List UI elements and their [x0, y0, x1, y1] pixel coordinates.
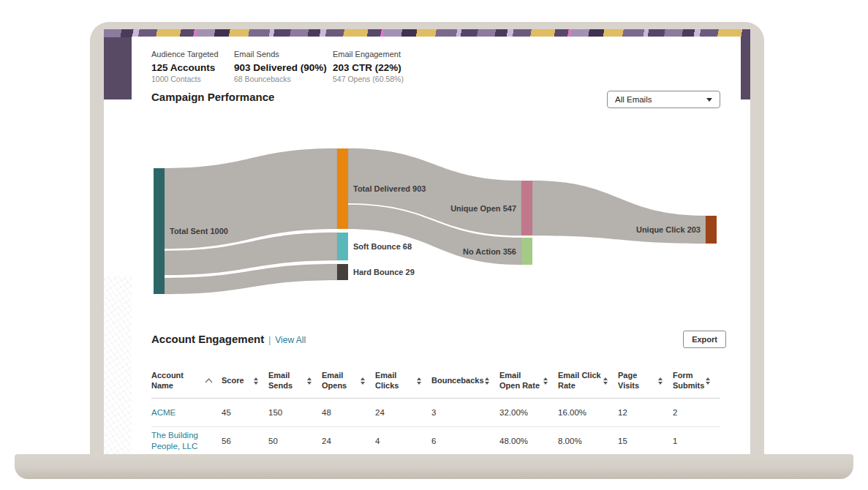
- sankey-label-soft-bounce: Soft Bounce 68: [353, 242, 412, 251]
- sort-icon: [254, 377, 258, 385]
- sankey-label-no-action: No Action 356: [463, 247, 516, 256]
- stats-row: Audience Targeted 125 Accounts 1000 Cont…: [151, 50, 404, 83]
- cell: 48: [322, 407, 375, 418]
- column-label: Email Click Rate: [558, 371, 603, 391]
- sankey-node-soft-bounce: [337, 233, 348, 260]
- engagement-table: Account NameScoreEmail SendsEmail OpensE…: [151, 364, 720, 455]
- cell: 6: [431, 436, 499, 447]
- sort-icon: [543, 377, 548, 385]
- sankey-node-total-sent: [154, 168, 165, 294]
- sort-ascending-icon: [205, 378, 213, 385]
- table-header-row: Account NameScoreEmail SendsEmail OpensE…: [151, 364, 720, 399]
- column-label: Email Opens: [322, 371, 361, 391]
- sort-icon: [603, 377, 608, 385]
- column-label: Form Submits: [673, 371, 706, 391]
- cell-account-name: ACME: [151, 407, 222, 418]
- column-label: Email Open Rate: [499, 371, 543, 391]
- column-header-score[interactable]: Score: [222, 376, 268, 386]
- column-header-form-submits[interactable]: Form Submits: [673, 371, 720, 391]
- cell: 16.00%: [558, 407, 618, 418]
- sankey-flow-unique-open-to-unique-click: [532, 181, 706, 244]
- campaign-performance-header: Campaign Performance All Emails: [151, 91, 720, 108]
- table-row: The Building People, LLC5650244648.00%8.…: [151, 427, 720, 455]
- sankey-node-total-delivered: [337, 148, 348, 229]
- table-row: ACME451504824332.00%16.00%122: [151, 399, 720, 427]
- view-all-link[interactable]: View All: [275, 335, 306, 345]
- sort-icon: [307, 377, 312, 385]
- column-header-email-open-rate[interactable]: Email Open Rate: [499, 371, 558, 391]
- column-label: Page Visits: [618, 371, 658, 391]
- sort-icon: [706, 377, 710, 385]
- sort-icon: [417, 377, 421, 385]
- cell: 3: [431, 407, 499, 418]
- sankey-label-unique-open: Unique Open 547: [450, 204, 516, 213]
- sort-icon: [485, 377, 489, 385]
- account-link[interactable]: ACME: [151, 408, 176, 417]
- sort-icon: [361, 377, 365, 385]
- column-label: Score: [222, 376, 244, 386]
- cell: 56: [222, 436, 268, 447]
- account-engagement-header: Account Engagement | View All Export: [151, 329, 726, 350]
- sankey-node-unique-click: [706, 216, 717, 244]
- stat-audience-targeted: Audience Targeted 125 Accounts 1000 Cont…: [151, 50, 234, 83]
- campaign-performance-title: Campaign Performance: [151, 91, 274, 104]
- stat-value: 125 Accounts: [151, 62, 234, 73]
- dashboard-card: Audience Targeted 125 Accounts 1000 Cont…: [132, 37, 741, 455]
- sankey-label-total-sent: Total Sent 1000: [170, 227, 228, 235]
- cell: 2: [673, 407, 720, 418]
- cell: 150: [268, 407, 322, 418]
- column-header-email-opens[interactable]: Email Opens: [322, 371, 375, 391]
- stat-label: Email Sends: [234, 50, 333, 59]
- stat-value: 203 CTR (22%): [333, 62, 404, 73]
- stat-email-engagement: Email Engagement 203 CTR (22%) 547 Opens…: [333, 50, 404, 83]
- cell: 1: [673, 436, 720, 447]
- engagement-title-group: Account Engagement | View All: [151, 333, 306, 346]
- sankey-label-total-delivered: Total Delivered 903: [353, 184, 426, 193]
- sankey-chart: Total Sent 1000Total Delivered 903Soft B…: [146, 139, 724, 306]
- sort-icon: [658, 377, 663, 385]
- column-label: Account Name: [151, 371, 206, 391]
- laptop-frame: Audience Targeted 125 Accounts 1000 Cont…: [90, 22, 764, 455]
- cell: 15: [618, 436, 673, 447]
- column-header-account-name[interactable]: Account Name: [151, 371, 222, 391]
- email-filter-dropdown[interactable]: All Emails: [607, 91, 720, 108]
- cell-account-name: The Building People, LLC: [151, 430, 222, 452]
- column-header-email-clicks[interactable]: Email Clicks: [375, 371, 431, 391]
- laptop-base: [15, 454, 853, 479]
- stat-sub: 68 Bouncebacks: [234, 75, 333, 83]
- sankey-label-unique-click: Unique Click 203: [636, 225, 701, 234]
- laptop-screen: Audience Targeted 125 Accounts 1000 Cont…: [104, 29, 750, 455]
- cell: 24: [375, 407, 431, 418]
- cell: 32.00%: [499, 407, 558, 418]
- stat-label: Audience Targeted: [151, 50, 234, 59]
- chevron-down-icon: [706, 98, 712, 102]
- cell: 45: [222, 407, 268, 418]
- stat-email-sends: Email Sends 903 Delivered (90%) 68 Bounc…: [234, 50, 333, 83]
- account-link[interactable]: The Building People, LLC: [151, 431, 198, 451]
- stat-sub: 1000 Contacts: [151, 75, 234, 83]
- column-header-email-click-rate[interactable]: Email Click Rate: [558, 371, 618, 391]
- cell: 48.00%: [499, 436, 558, 447]
- stat-sub: 547 Opens (60.58%): [333, 75, 404, 83]
- dropdown-selected-value: All Emails: [615, 95, 652, 104]
- cell: 24: [322, 436, 375, 447]
- cell: 50: [268, 436, 322, 447]
- cell: 12: [618, 407, 673, 418]
- account-engagement-title: Account Engagement: [151, 333, 264, 346]
- watermark-pattern: [104, 276, 132, 455]
- sankey-node-unique-open: [521, 181, 532, 235]
- stat-value: 903 Delivered (90%): [234, 62, 333, 73]
- sankey-label-hard-bounce: Hard Bounce 29: [353, 268, 415, 276]
- sankey-node-hard-bounce: [337, 264, 348, 280]
- cell: 4: [375, 436, 431, 447]
- column-label: Bouncebacks: [431, 376, 484, 386]
- sankey-node-no-action: [521, 238, 532, 265]
- column-header-bouncebacks[interactable]: Bouncebacks: [431, 376, 499, 386]
- stat-label: Email Engagement: [333, 50, 404, 59]
- cell: 8.00%: [558, 436, 618, 447]
- column-label: Email Clicks: [375, 371, 417, 391]
- column-header-page-visits[interactable]: Page Visits: [618, 371, 673, 391]
- export-button[interactable]: Export: [683, 331, 726, 348]
- column-header-email-sends[interactable]: Email Sends: [268, 371, 322, 391]
- title-separator: |: [268, 335, 271, 345]
